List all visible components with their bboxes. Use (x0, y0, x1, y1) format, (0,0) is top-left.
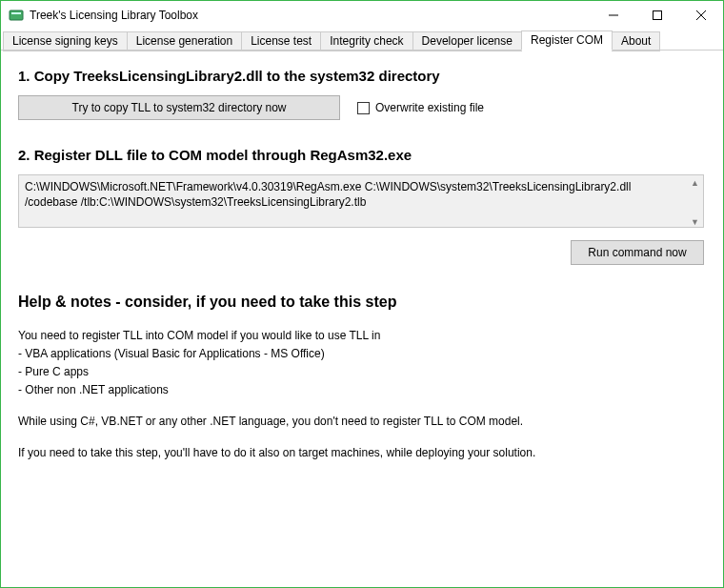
step2-heading: 2. Register DLL file to COM model throug… (18, 147, 706, 163)
checkbox-icon (357, 102, 370, 114)
tabstrip: License signing keys License generation … (1, 30, 723, 51)
command-area: ▲ ▼ (18, 174, 704, 231)
step1-heading: 1. Copy TreeksLicensingLibrary2.dll to t… (18, 68, 706, 84)
maximize-button[interactable] (635, 1, 679, 30)
tab-license-generation[interactable]: License generation (127, 31, 242, 51)
help-body: You need to register TLL into COM model … (18, 328, 706, 461)
tab-content-register-com: 1. Copy TreeksLicensingLibrary2.dll to t… (1, 51, 723, 587)
help-line: If you need to take this step, you'll ha… (18, 445, 706, 461)
window-title: Treek's Licensing Library Toolbox (30, 9, 198, 22)
step1-row: Try to copy TLL to system32 directory no… (18, 95, 706, 120)
run-command-button[interactable]: Run command now (571, 240, 704, 265)
tab-integrity-check[interactable]: Integrity check (320, 31, 412, 51)
tab-register-com[interactable]: Register COM (521, 30, 613, 51)
copy-tll-button[interactable]: Try to copy TLL to system32 directory no… (18, 95, 340, 120)
tab-license-signing-keys[interactable]: License signing keys (3, 31, 128, 51)
svg-rect-1 (11, 12, 21, 14)
svg-rect-0 (10, 10, 23, 20)
app-window: Treek's Licensing Library Toolbox Licens… (0, 0, 724, 588)
overwrite-checkbox-label: Overwrite existing file (375, 101, 484, 114)
tab-license-test[interactable]: License test (241, 31, 321, 51)
app-icon (9, 8, 24, 23)
help-heading: Help & notes - consider, if you need to … (18, 294, 706, 311)
command-textbox[interactable] (18, 174, 704, 228)
help-line: - Other non .NET applications (18, 382, 706, 398)
close-button[interactable] (679, 1, 723, 30)
window-controls (592, 1, 723, 30)
svg-rect-3 (654, 11, 662, 20)
minimize-button[interactable] (592, 1, 635, 30)
tab-about[interactable]: About (612, 31, 660, 51)
help-line: You need to register TLL into COM model … (18, 328, 706, 344)
help-line: While using C#, VB.NET or any other .NET… (18, 414, 706, 430)
titlebar: Treek's Licensing Library Toolbox (1, 1, 723, 30)
help-line: - VBA applications (Visual Basic for App… (18, 346, 706, 362)
overwrite-checkbox[interactable]: Overwrite existing file (357, 101, 484, 114)
tab-developer-license[interactable]: Developer license (412, 31, 522, 51)
help-line: - Pure C apps (18, 364, 706, 380)
